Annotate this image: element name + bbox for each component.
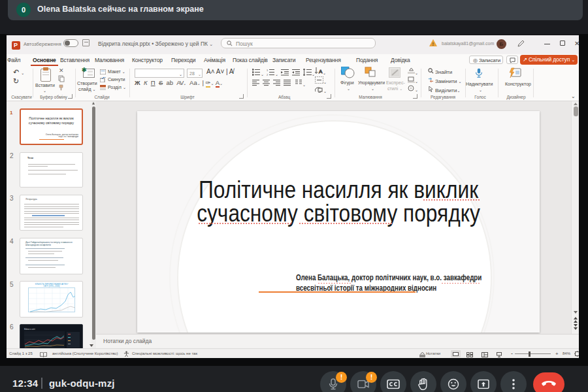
svg-text:1: 1 — [267, 69, 269, 72]
svg-text:2: 2 — [267, 73, 269, 76]
